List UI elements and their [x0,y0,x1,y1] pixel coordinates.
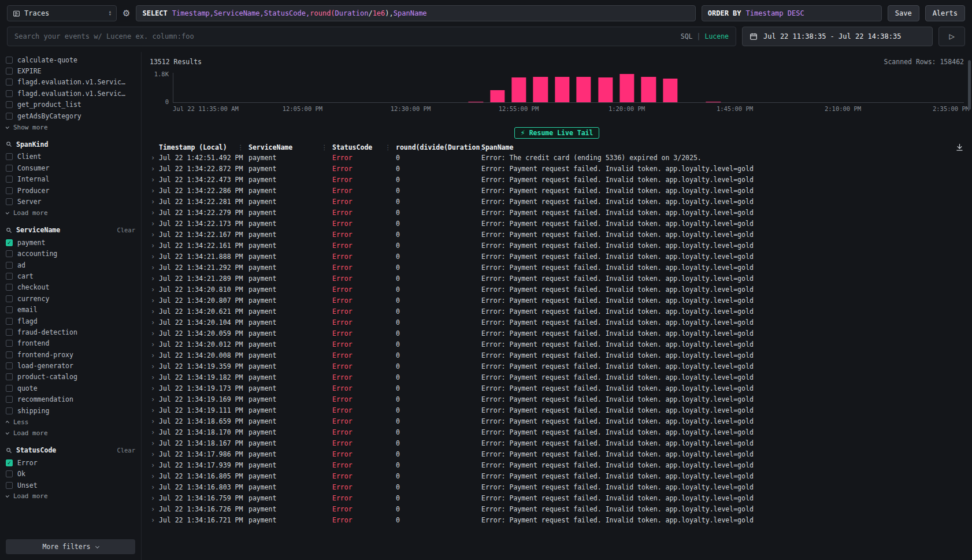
checkbox-icon[interactable] [6,273,13,280]
table-row[interactable]: › Jul 22 1:34:22.286 PM payment Error 0 … [150,185,964,196]
checkbox-icon[interactable] [6,79,13,86]
table-row[interactable]: › Jul 22 1:34:22.281 PM payment Error 0 … [150,196,964,207]
alerts-button[interactable]: Alerts [925,5,965,21]
table-row[interactable]: › Jul 22 1:34:22.473 PM payment Error 0 … [150,174,964,185]
chart-plot[interactable] [173,73,964,103]
checkbox-icon[interactable] [6,396,13,403]
table-row[interactable]: › Jul 22 1:34:22.161 PM payment Error 0 … [150,240,964,251]
scrollbar-thumb[interactable] [968,60,971,110]
checkbox-icon[interactable] [6,318,13,325]
histogram-bar[interactable] [577,77,591,102]
table-row[interactable]: › Jul 22 1:34:17.986 PM payment Error 0 … [150,448,964,459]
row-expand-chevron-icon[interactable]: › [150,505,159,513]
checkbox-icon[interactable] [6,470,13,477]
column-menu-icon[interactable]: ⋮ [238,143,244,151]
event-search-box[interactable]: SQL | Lucene [7,27,736,46]
checkbox-icon[interactable] [6,306,13,313]
row-expand-chevron-icon[interactable]: › [150,220,159,228]
row-expand-chevron-icon[interactable]: › [150,395,159,403]
table-row[interactable]: › Jul 22 1:34:19.173 PM payment Error 0 … [150,383,964,394]
column-header-duration[interactable]: round(divide(Duration,⋮ [396,143,481,151]
filter-checkbox-item[interactable]: currency [6,293,141,304]
table-row[interactable]: › Jul 22 1:42:51.492 PM payment Error 0 … [150,152,964,163]
save-button[interactable]: Save [888,5,919,21]
column-header-timestamp[interactable]: Timestamp (Local)⋮ [159,143,248,151]
filter-checkbox-item[interactable]: Producer [6,185,141,196]
table-row[interactable]: › Jul 22 1:34:21.289 PM payment Error 0 … [150,273,964,284]
row-expand-chevron-icon[interactable]: › [150,472,159,480]
histogram-bar[interactable] [511,77,526,102]
filter-checkbox-item[interactable]: cart [6,270,141,281]
table-row[interactable]: › Jul 22 1:34:20.621 PM payment Error 0 … [150,306,964,317]
sql-mode-option[interactable]: SQL [681,32,693,40]
row-expand-chevron-icon[interactable]: › [150,439,159,447]
run-query-button[interactable]: ▷ [938,27,965,46]
histogram-bar[interactable] [663,79,677,102]
row-expand-chevron-icon[interactable]: › [150,351,159,359]
row-expand-chevron-icon[interactable]: › [150,428,159,436]
servicename-clear-link[interactable]: Clear [117,227,135,233]
row-expand-chevron-icon[interactable]: › [150,242,159,250]
histogram-bar[interactable] [598,77,613,102]
table-row[interactable]: › Jul 22 1:34:19.111 PM payment Error 0 … [150,405,964,416]
column-menu-icon[interactable]: ⋮ [385,143,392,151]
row-expand-chevron-icon[interactable]: › [150,165,159,173]
table-row[interactable]: › Jul 22 1:34:20.059 PM payment Error 0 … [150,328,964,339]
table-row[interactable]: › Jul 22 1:34:19.359 PM payment Error 0 … [150,361,964,372]
filter-checkbox-item[interactable]: Client [6,151,141,162]
checkbox-icon[interactable] [6,68,13,75]
filter-checkbox-item[interactable]: Unset [6,480,141,491]
filter-checkbox-item[interactable]: Ok [6,469,141,480]
column-header-spanname[interactable]: SpanName [481,143,964,151]
filter-checkbox-item[interactable]: load-generator [6,360,141,371]
checkbox-icon[interactable] [6,90,13,97]
histogram-bar[interactable] [706,102,721,102]
table-row[interactable]: › Jul 22 1:34:21.292 PM payment Error 0 … [150,262,964,273]
row-expand-chevron-icon[interactable]: › [150,340,159,348]
filter-checkbox-item[interactable]: get_product_list [6,99,141,110]
servicename-less-link[interactable]: Less [6,416,141,427]
checkbox-icon[interactable] [6,187,13,194]
filter-checkbox-item[interactable]: recommendation [6,394,141,405]
table-row[interactable]: › Jul 22 1:34:17.939 PM payment Error 0 … [150,459,964,470]
row-expand-chevron-icon[interactable]: › [150,450,159,458]
table-row[interactable]: › Jul 22 1:34:16.721 PM payment Error 0 … [150,514,964,525]
row-expand-chevron-icon[interactable]: › [150,494,159,502]
statuscode-clear-link[interactable]: Clear [117,447,135,454]
histogram-bar[interactable] [641,77,656,102]
table-row[interactable]: › Jul 22 1:34:16.803 PM payment Error 0 … [150,481,964,492]
more-filters-button[interactable]: More filters [6,539,135,554]
time-range-picker[interactable]: Jul 22 11:38:35 - Jul 22 14:38:35 [742,27,933,46]
table-row[interactable]: › Jul 22 1:34:20.807 PM payment Error 0 … [150,295,964,306]
checkbox-icon[interactable] [6,262,13,269]
table-row[interactable]: › Jul 22 1:34:18.659 PM payment Error 0 … [150,416,964,427]
row-expand-chevron-icon[interactable]: › [150,154,159,162]
checkbox-icon[interactable]: ✓ [6,239,13,246]
row-expand-chevron-icon[interactable]: › [150,187,159,195]
order-by-input[interactable]: ORDER BY Timestamp DESC [702,5,882,21]
row-expand-chevron-icon[interactable]: › [150,516,159,524]
source-select-traces[interactable]: Traces ▴▾ [7,5,117,21]
checkbox-icon[interactable]: ✓ [6,459,13,466]
filter-checkbox-item[interactable]: ✓ Error [6,457,141,468]
checkbox-icon[interactable] [6,340,13,347]
settings-gear-icon[interactable]: ⚙ [123,9,130,18]
filter-checkbox-item[interactable]: email [6,304,141,315]
spankind-load-more-link[interactable]: Load more [6,207,141,218]
row-expand-chevron-icon[interactable]: › [150,198,159,206]
checkbox-icon[interactable] [6,113,13,120]
table-row[interactable]: › Jul 22 1:34:22.167 PM payment Error 0 … [150,229,964,240]
servicename-load-more-link[interactable]: Load more [6,428,141,439]
table-row[interactable]: › Jul 22 1:34:19.169 PM payment Error 0 … [150,394,964,405]
table-row[interactable]: › Jul 22 1:34:22.872 PM payment Error 0 … [150,163,964,174]
filter-checkbox-item[interactable]: flagd.evaluation.v1.Servic… [6,77,141,88]
checkbox-icon[interactable] [6,198,13,205]
checkbox-icon[interactable] [6,362,13,369]
row-expand-chevron-icon[interactable]: › [150,318,159,327]
row-expand-chevron-icon[interactable]: › [150,231,159,239]
table-row[interactable]: › Jul 22 1:34:20.104 PM payment Error 0 … [150,317,964,328]
filter-checkbox-item[interactable]: shipping [6,405,141,416]
filter-checkbox-item[interactable]: ✓ payment [6,237,141,248]
filter-checkbox-item[interactable]: accounting [6,248,141,259]
row-expand-chevron-icon[interactable]: › [150,362,159,370]
